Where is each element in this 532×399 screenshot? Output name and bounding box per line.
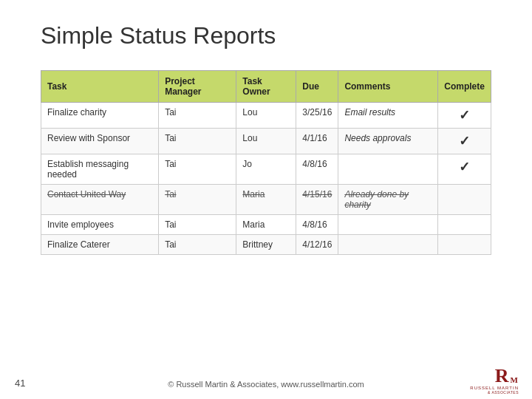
table-row: Invite employeesTaiMaria4/8/16 xyxy=(41,215,491,235)
cell-due-1: 4/1/16 xyxy=(296,129,338,154)
cell-task_owner-0: Lou xyxy=(236,103,296,129)
cell-task-0: Finalize charity xyxy=(41,103,159,129)
cell-due-3: 4/15/16 xyxy=(296,185,338,215)
cell-project_manager-5: Tai xyxy=(159,235,236,255)
cell-complete-1: ✓ xyxy=(438,129,491,154)
footer-text: © Russell Martin & Associates, www.russe… xyxy=(168,380,364,389)
cell-task-4: Invite employees xyxy=(41,215,159,235)
page-container: Simple Status Reports Task Project Manag… xyxy=(0,0,532,399)
cell-task_owner-5: Brittney xyxy=(236,235,296,255)
page-title: Simple Status Reports xyxy=(41,22,491,50)
table-row: Review with SponsorTaiLou4/1/16Needs app… xyxy=(41,129,491,154)
cell-task-1: Review with Sponsor xyxy=(41,129,159,154)
cell-due-0: 3/25/16 xyxy=(296,103,338,129)
cell-due-5: 4/12/16 xyxy=(296,235,338,255)
cell-complete-0: ✓ xyxy=(438,103,491,129)
table-row: Finalize CatererTaiBrittney4/12/16 xyxy=(41,235,491,255)
cell-complete-2: ✓ xyxy=(438,154,491,185)
col-header-task-owner: Task Owner xyxy=(236,71,296,103)
cell-complete-5 xyxy=(438,235,491,255)
col-header-project-manager: Project Manager xyxy=(159,71,236,103)
cell-comments-2 xyxy=(338,154,438,185)
cell-task_owner-2: Jo xyxy=(236,154,296,185)
cell-task-2: Establish messaging needed xyxy=(41,154,159,185)
cell-task_owner-4: Maria xyxy=(236,215,296,235)
cell-comments-1: Needs approvals xyxy=(338,129,438,154)
col-header-complete: Complete xyxy=(438,71,491,103)
cell-comments-3: Already done by charity xyxy=(338,185,438,215)
col-header-due: Due xyxy=(296,71,338,103)
col-header-comments: Comments xyxy=(338,71,438,103)
cell-project_manager-1: Tai xyxy=(159,129,236,154)
cell-complete-4 xyxy=(438,215,491,235)
cell-due-4: 4/8/16 xyxy=(296,215,338,235)
cell-comments-4 xyxy=(338,215,438,235)
cell-task-3: Contact United Way xyxy=(41,185,159,215)
table-row: Establish messaging neededTaiJo4/8/16✓ xyxy=(41,154,491,185)
status-table: Task Project Manager Task Owner Due Comm… xyxy=(41,70,491,255)
cell-due-2: 4/8/16 xyxy=(296,154,338,185)
cell-complete-3 xyxy=(438,185,491,215)
cell-task_owner-1: Lou xyxy=(236,129,296,154)
table-row: Contact United WayTaiMaria4/15/16Already… xyxy=(41,185,491,215)
cell-task_owner-3: Maria xyxy=(236,185,296,215)
col-header-task: Task xyxy=(41,71,159,103)
page-number: 41 xyxy=(15,378,25,389)
table-header-row: Task Project Manager Task Owner Due Comm… xyxy=(41,71,491,103)
cell-comments-5 xyxy=(338,235,438,255)
cell-project_manager-0: Tai xyxy=(159,103,236,129)
cell-project_manager-3: Tai xyxy=(159,185,236,215)
table-row: Finalize charityTaiLou3/25/16Email resul… xyxy=(41,103,491,129)
cell-comments-0: Email results xyxy=(338,103,438,129)
logo: R M RUSSELL MARTIN & ASSOCIATES xyxy=(482,366,519,393)
cell-project_manager-4: Tai xyxy=(159,215,236,235)
cell-task-5: Finalize Caterer xyxy=(41,235,159,255)
cell-project_manager-2: Tai xyxy=(159,154,236,185)
